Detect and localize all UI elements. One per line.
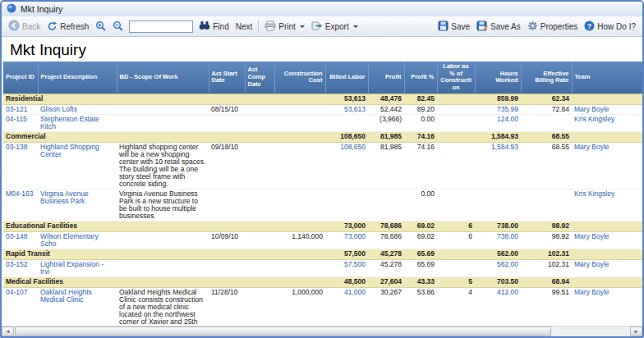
find-input[interactable] (129, 21, 193, 33)
cell-rate: 102.31 (521, 259, 572, 276)
column-header-hours[interactable]: Hours Worked (475, 62, 521, 94)
export-button[interactable]: Export (308, 19, 361, 34)
cell-cost (274, 142, 325, 189)
hours-link[interactable]: 124.00 (497, 115, 518, 123)
desc-link[interactable]: Highland Shopping Center (40, 143, 99, 158)
team-link[interactable]: Mary Boyle (574, 105, 610, 113)
column-header-cost[interactable]: Construction Cost (274, 62, 325, 94)
group-total-profit: 45,278 (368, 249, 404, 259)
cell-profit: 52,442 (368, 104, 404, 114)
cell-profit_pct: 69.02 (404, 231, 437, 249)
scrollbar-track[interactable] (14, 327, 630, 336)
hours-link[interactable]: 1,584.93 (491, 143, 518, 151)
labor-link[interactable]: 108,650 (340, 143, 366, 151)
cell-labor_pct (437, 104, 475, 114)
group-total-profit: 27,604 (368, 276, 404, 287)
table-body: Residential53,61348,47682.45859.9962.340… (3, 94, 642, 326)
find-button[interactable]: Find (196, 19, 232, 34)
group-total-labor_pct (437, 94, 475, 104)
group-row: Medical Facilities48,50027,60443.335703.… (3, 276, 642, 287)
properties-button[interactable]: Properties (524, 19, 582, 34)
back-button[interactable]: Back (5, 18, 44, 34)
properties-label: Properties (540, 22, 578, 31)
labor-link[interactable]: 57,500 (344, 260, 366, 268)
id-link[interactable]: 03-121 (6, 105, 27, 113)
hours-link[interactable]: 412.00 (497, 288, 518, 296)
cell-profit: 81,985 (368, 142, 404, 189)
desc-link[interactable]: Stephenson Estate Kitch (40, 115, 99, 130)
help-button[interactable]: ? How Do I? (581, 19, 639, 34)
scrollbar-thumb[interactable] (15, 327, 551, 336)
cell-id: 04-107 (3, 287, 38, 326)
id-link[interactable]: 04-115 (6, 115, 27, 123)
column-header-comp[interactable]: Act Comp Date (245, 62, 274, 94)
zoom-in-button[interactable] (92, 19, 109, 34)
scroll-right-button[interactable]: ► (630, 327, 642, 336)
scroll-left-button[interactable]: ◄ (2, 327, 14, 336)
cell-hours: 412.00 (475, 287, 521, 326)
column-header-labor[interactable]: Billed Labor (325, 62, 368, 94)
team-link[interactable]: Mary Boyle (574, 143, 610, 151)
table-row: 03-148Wilson Elementary Scho10/09/101,14… (3, 231, 642, 249)
group-total-team (572, 221, 642, 231)
labor-link[interactable]: 73,000 (344, 232, 366, 240)
table-row: 04-107Oakland Heights Medical ClinicOakl… (3, 287, 642, 326)
column-header-profit[interactable]: Profit (368, 62, 404, 94)
column-header-team[interactable]: Team (572, 62, 642, 94)
id-link[interactable]: 03-152 (6, 260, 27, 268)
team-link[interactable]: Kris Kingsley (574, 190, 614, 198)
cell-rate (521, 114, 572, 131)
horizontal-scrollbar[interactable]: ◄ ► (2, 326, 642, 336)
save-button[interactable]: Save (435, 19, 473, 34)
id-link[interactable]: 04-107 (6, 288, 27, 296)
id-link[interactable]: 03-138 (6, 143, 27, 151)
cell-cost: 1,140,000 (274, 231, 325, 249)
hours-link[interactable]: 738.00 (497, 232, 518, 240)
hours-link[interactable]: 735.99 (497, 105, 518, 113)
cell-labor_pct (437, 142, 475, 189)
desc-link[interactable]: Oakland Heights Medical Clinic (40, 288, 92, 304)
desc-link[interactable]: Glison Lofts (40, 105, 77, 113)
print-button[interactable]: Print (261, 19, 308, 34)
column-header-profit_pct[interactable]: Profit % (404, 62, 437, 94)
column-header-scope[interactable]: BD - Scope Of Work (117, 62, 209, 94)
export-icon (311, 21, 323, 33)
desc-link[interactable]: Virginia Avenue Business Park (40, 190, 89, 205)
labor-link[interactable]: 53,613 (344, 105, 366, 113)
column-header-start[interactable]: Act Start Date (209, 62, 245, 94)
refresh-button[interactable]: Refresh (44, 19, 92, 34)
cell-rate: 68.55 (521, 142, 572, 189)
next-button[interactable]: Next (232, 21, 256, 33)
labor-link[interactable]: 41,000 (344, 288, 366, 296)
team-link[interactable]: Mary Boyle (574, 288, 610, 296)
cell-rate: 98.92 (521, 231, 572, 249)
column-header-desc[interactable]: Project Description (38, 62, 117, 94)
print-label: Print (278, 22, 296, 31)
id-link[interactable]: 03-148 (6, 232, 27, 240)
hours-link[interactable]: 562.00 (497, 260, 518, 268)
team-link[interactable]: Mary Boyle (574, 232, 610, 240)
group-total-hours: 1,584.93 (475, 131, 521, 142)
refresh-label: Refresh (60, 22, 89, 31)
titlebar: Mkt Inquiry (2, 2, 642, 16)
table-row: 04-115Stephenson Estate Kitch(3,966)0.00… (3, 114, 642, 131)
column-header-rate[interactable]: Effective Billing Rate (521, 62, 572, 94)
team-link[interactable]: Mary Boyle (574, 260, 610, 268)
cell-profit_pct: 65.69 (404, 259, 437, 276)
cell-cost: 1,000,000 (274, 287, 325, 326)
cell-comp (245, 114, 274, 131)
id-link[interactable]: M04-163 (6, 190, 34, 198)
zoom-out-button[interactable] (109, 19, 126, 34)
cell-rate: 99.51 (521, 287, 572, 326)
desc-link[interactable]: Lightrail Expansion - Irvi (40, 260, 104, 276)
group-total-hours: 703.50 (475, 276, 521, 287)
desc-link[interactable]: Wilson Elementary Scho (40, 232, 99, 248)
cell-comp (245, 287, 274, 326)
column-header-id[interactable]: Project ID (3, 62, 38, 94)
export-label: Export (325, 22, 349, 31)
team-link[interactable]: Kris Kingsley (574, 115, 614, 123)
column-header-labor_pct[interactable]: Labor as % of Construction (437, 62, 475, 94)
table-row: 03-152Lightrail Expansion - Irvi57,50045… (3, 259, 642, 276)
save-as-button[interactable]: Save As (473, 19, 524, 34)
cell-start: 10/09/10 (209, 231, 245, 249)
